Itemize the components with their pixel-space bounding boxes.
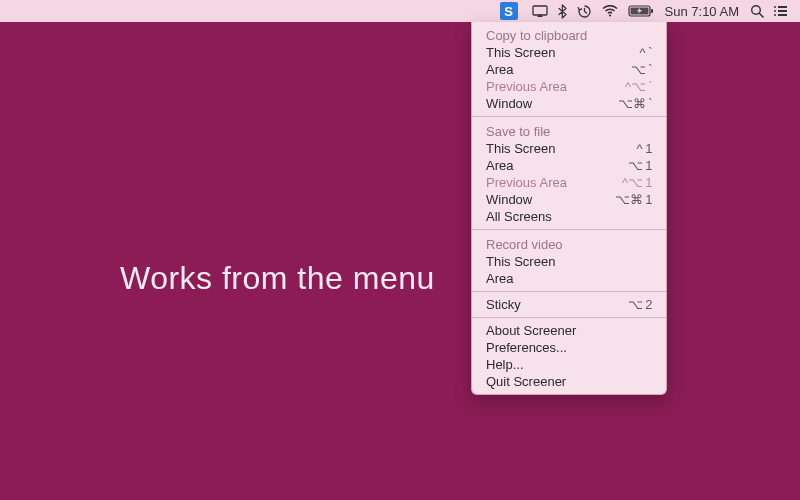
- menu-separator: [472, 116, 666, 117]
- menu-item-label: Area: [486, 62, 631, 77]
- bluetooth-icon[interactable]: [553, 0, 572, 22]
- menu-item[interactable]: Quit Screener: [472, 373, 666, 390]
- menu-item-label: Window: [486, 96, 618, 111]
- menubar-clock[interactable]: Sun 7:10 AM: [659, 4, 745, 19]
- menu-item-label: Sticky: [486, 297, 628, 312]
- menu-item-shortcut: ^⌥ 1: [622, 175, 652, 190]
- menu-item-label: Quit Screener: [486, 374, 652, 389]
- menu-item[interactable]: This Screen: [472, 253, 666, 270]
- menu-item-shortcut: ⌥ `: [631, 62, 652, 77]
- menu-item[interactable]: Area⌥ 1: [472, 157, 666, 174]
- hero-text: Works from the menu: [120, 260, 435, 297]
- menu-item[interactable]: All Screens: [472, 208, 666, 225]
- svg-line-6: [759, 13, 763, 17]
- battery-icon[interactable]: [623, 0, 659, 22]
- menu-item[interactable]: About Screener: [472, 322, 666, 339]
- menu-item-label: Preferences...: [486, 340, 652, 355]
- menu-separator: [472, 291, 666, 292]
- menu-item-shortcut: ⌥ 1: [628, 158, 652, 173]
- menu-item: Previous Area^⌥ 1: [472, 174, 666, 191]
- menu-item[interactable]: This Screen^ 1: [472, 140, 666, 157]
- svg-point-1: [608, 14, 610, 16]
- menu-item-label: Previous Area: [486, 175, 622, 190]
- menu-item-shortcut: ⌥ 2: [628, 297, 652, 312]
- app-dropdown-menu: Copy to clipboardThis Screen^ `Area⌥ `Pr…: [471, 22, 667, 395]
- notification-center-icon[interactable]: [769, 0, 792, 22]
- menu-item-label: Previous Area: [486, 79, 625, 94]
- spotlight-icon[interactable]: [745, 0, 769, 22]
- menu-item[interactable]: Window⌥⌘ 1: [472, 191, 666, 208]
- airplay-icon[interactable]: [527, 0, 553, 22]
- menu-item[interactable]: Help...: [472, 356, 666, 373]
- menu-item: Previous Area^⌥ `: [472, 78, 666, 95]
- menu-item-label: Help...: [486, 357, 652, 372]
- menu-section-header: Copy to clipboard: [472, 25, 666, 44]
- menu-item[interactable]: Preferences...: [472, 339, 666, 356]
- svg-rect-3: [651, 9, 653, 13]
- timemachine-icon[interactable]: [572, 0, 597, 22]
- menu-item-label: Window: [486, 192, 615, 207]
- menu-item[interactable]: This Screen^ `: [472, 44, 666, 61]
- menu-separator: [472, 317, 666, 318]
- menu-item-shortcut: ⌥⌘ 1: [615, 192, 652, 207]
- wifi-icon[interactable]: [597, 0, 623, 22]
- svg-rect-0: [533, 6, 547, 15]
- menu-section-header: Record video: [472, 234, 666, 253]
- menu-item-shortcut: ^ `: [639, 45, 652, 60]
- menu-item-label: This Screen: [486, 141, 637, 156]
- menu-item-label: This Screen: [486, 45, 639, 60]
- menubar: S Sun 7:10: [0, 0, 800, 22]
- app-menubar-icon[interactable]: S: [491, 0, 527, 22]
- menu-item-shortcut: ^ 1: [637, 141, 652, 156]
- app-letter-badge: S: [500, 2, 518, 20]
- menu-item[interactable]: Window⌥⌘ `: [472, 95, 666, 112]
- menu-item-label: All Screens: [486, 209, 652, 224]
- menu-item-shortcut: ⌥⌘ `: [618, 96, 652, 111]
- menu-separator: [472, 229, 666, 230]
- menu-item-label: About Screener: [486, 323, 652, 338]
- menu-item[interactable]: Area⌥ `: [472, 61, 666, 78]
- menu-item-shortcut: ^⌥ `: [625, 79, 652, 94]
- menu-item-label: This Screen: [486, 254, 652, 269]
- menu-item[interactable]: Sticky⌥ 2: [472, 296, 666, 313]
- menu-section-header: Save to file: [472, 121, 666, 140]
- menu-item[interactable]: Area: [472, 270, 666, 287]
- menu-item-label: Area: [486, 271, 652, 286]
- menu-item-label: Area: [486, 158, 628, 173]
